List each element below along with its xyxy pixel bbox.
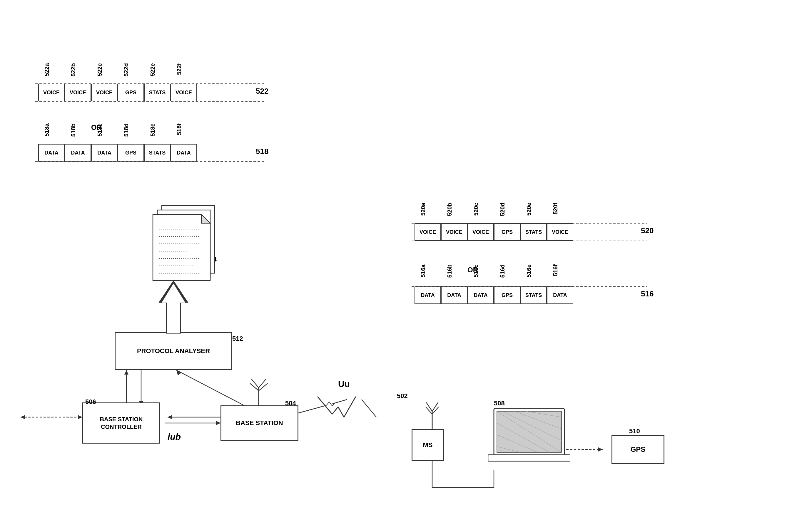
svg-line-68 [338,407,344,417]
cell-520b: VOICE [441,223,468,241]
svg-line-43 [426,407,432,414]
protocol-analyser-box: PROTOCOL ANALYSER [115,332,232,370]
svg-marker-9 [21,415,25,419]
cell-520c: VOICE [468,223,494,241]
cell-516f: DATA [547,286,573,304]
cell-520d: GPS [494,223,520,241]
svg-line-36 [251,379,259,388]
ref-520: 520 [641,226,654,235]
label-516b: 516b [446,264,453,278]
svg-marker-71 [162,284,185,333]
svg-marker-33 [598,448,603,452]
label-518f: 518f [176,124,183,135]
ref-518: 518 [256,147,268,156]
label-518d: 518d [123,124,130,137]
svg-marker-12 [124,370,128,375]
ref-522: 522 [256,87,268,96]
bs-box: BASE STATION [220,405,298,441]
cell-516a: DATA [415,286,441,304]
label-522e: 522e [149,63,156,76]
svg-line-67 [332,407,338,414]
cell-516e: STATS [520,286,547,304]
svg-line-66 [318,397,332,414]
svg-line-42 [432,402,438,411]
lub-label: lub [167,432,181,442]
label-522b: 522b [70,63,77,77]
label-516e: 516e [526,264,532,278]
cell-516b: DATA [441,286,468,304]
protocol-analyser-label: PROTOCOL ANALYSER [137,347,210,356]
label-518a: 518a [43,124,50,137]
label-518c: 518c [96,124,103,137]
svg-line-37 [259,379,266,388]
uu-label: Uu [338,379,350,389]
label-518e: 518e [149,124,156,137]
cell-518f: DATA [170,144,197,162]
cell-518b: DATA [65,144,91,162]
bs-label: BASE STATION [236,419,283,428]
cell-518e: STATS [144,144,170,162]
cell-520f: VOICE [547,223,573,241]
label-520c: 520c [473,203,479,216]
cell-518c: DATA [91,144,117,162]
ref-502: 502 [397,392,408,400]
cell-522c: VOICE [91,84,117,101]
svg-rect-65 [488,455,570,461]
ref-512: 512 [232,335,243,343]
label-520e: 520e [526,203,532,216]
bsc-box: BASE STATION CONTROLLER [82,402,160,443]
svg-line-39 [259,383,268,391]
ref-506: 506 [85,398,96,406]
up-arrow-large-svg [156,279,191,335]
cell-522e: STATS [144,84,170,101]
diagram-container: 522 522a 522b 522c 522d 522e 522f VOICE … [0,0,797,532]
label-516c: 516c [473,264,479,278]
cell-518a: DATA [38,144,65,162]
label-522c: 522c [96,63,103,76]
label-522d: 522d [123,63,130,77]
label-520d: 520d [499,203,506,216]
ms-label: MS [423,441,433,449]
svg-line-44 [432,407,439,414]
cell-520e: STATS [520,223,547,241]
cell-522b: VOICE [65,84,91,101]
ref-510: 510 [629,428,640,435]
laptop-svg [488,405,570,464]
svg-marker-47 [153,214,210,281]
bsc-label: BASE STATION CONTROLLER [100,415,143,431]
uu-signal-svg [309,391,367,426]
label-520a: 520a [420,203,427,216]
label-522f: 522f [176,63,183,75]
svg-marker-16 [167,415,172,419]
label-522a: 522a [43,63,50,76]
diagram-svg [0,0,797,532]
svg-marker-20 [176,370,182,376]
svg-line-19 [176,370,244,405]
cell-516d: GPS [494,286,520,304]
cell-518d: GPS [117,144,144,162]
svg-marker-18 [216,421,220,425]
label-516f: 516f [552,264,559,276]
gps-label: GPS [631,445,646,454]
ref-516: 516 [641,289,654,299]
label-516d: 516d [499,264,506,278]
bs-antenna-svg [247,373,270,408]
label-520b: 520b [446,203,453,216]
svg-line-41 [426,402,432,411]
svg-marker-10 [78,415,82,419]
svg-line-69 [344,397,356,417]
cell-522d: GPS [117,84,144,101]
svg-line-38 [250,383,259,391]
cell-520a: VOICE [415,223,441,241]
ms-box: MS [412,429,444,461]
ref-504: 504 [285,400,296,407]
ms-antenna-svg [423,394,441,432]
cell-516c: DATA [468,286,494,304]
gps-box: GPS [612,435,665,464]
cell-522a: VOICE [38,84,65,101]
label-516a: 516a [420,264,427,278]
cell-522f: VOICE [170,84,197,101]
label-520f: 520f [552,203,559,214]
label-518b: 518b [70,124,77,137]
